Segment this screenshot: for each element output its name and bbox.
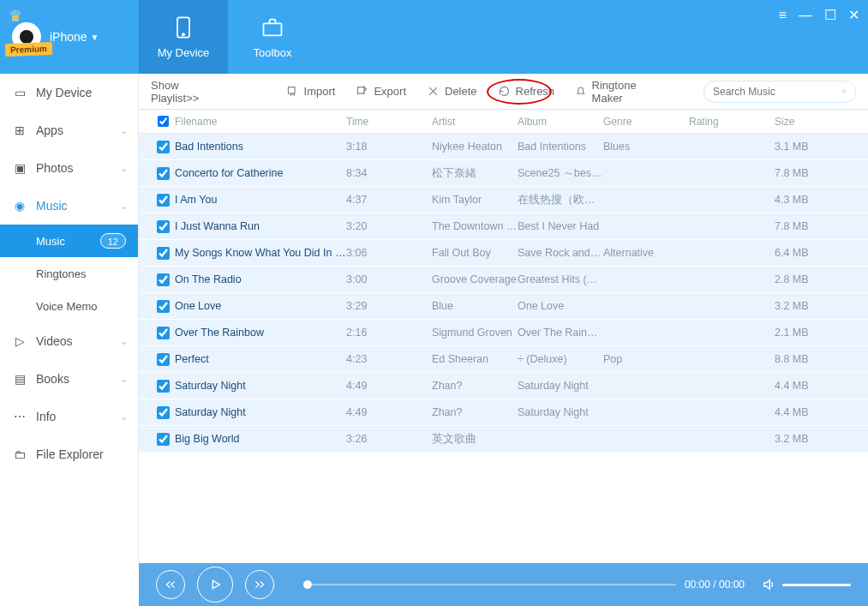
show-playlist-link[interactable]: Show Playlist>> bbox=[151, 79, 223, 105]
sidebar-item-label: File Explorer bbox=[36, 447, 104, 461]
row-checkbox[interactable] bbox=[157, 406, 170, 419]
next-button[interactable] bbox=[245, 570, 274, 599]
cell-genre: Pop bbox=[603, 353, 689, 365]
sidebar-item-videos[interactable]: ▷ Videos ⌄ bbox=[0, 322, 138, 360]
row-checkbox[interactable] bbox=[157, 273, 170, 286]
prev-button[interactable] bbox=[156, 570, 185, 599]
sidebar-item-label: Music bbox=[36, 199, 68, 213]
sidebar-item-my-device[interactable]: ▭ My Device bbox=[0, 74, 138, 111]
svg-point-3 bbox=[842, 90, 845, 93]
col-time[interactable]: Time bbox=[346, 116, 432, 128]
row-checkbox[interactable] bbox=[157, 433, 170, 446]
menu-icon[interactable]: ≡ bbox=[779, 7, 787, 23]
sidebar-item-books[interactable]: ▤ Books ⌄ bbox=[0, 360, 138, 398]
toolbar: Show Playlist>> Import Export Delete Ref… bbox=[139, 74, 868, 110]
table-row[interactable]: Perfect4:23Ed Sheeran÷ (Deluxe)Pop8.8 MB bbox=[139, 346, 868, 373]
sidebar-item-file-explorer[interactable]: 🗀 File Explorer bbox=[0, 435, 138, 473]
sidebar-sub-voice-memo[interactable]: Voice Memo bbox=[0, 290, 138, 322]
table-row[interactable]: Concerto for Catherine8:34松下奈緒Scene25 ～b… bbox=[139, 160, 868, 187]
sidebar-item-photos[interactable]: ▣ Photos ⌄ bbox=[0, 149, 138, 187]
col-album[interactable]: Album bbox=[518, 116, 603, 128]
row-checkbox[interactable] bbox=[157, 141, 170, 153]
col-rating[interactable]: Rating bbox=[689, 116, 775, 128]
cell-time: 3:06 bbox=[346, 247, 432, 259]
import-button[interactable]: Import bbox=[286, 85, 336, 98]
refresh-button[interactable]: Refresh bbox=[498, 85, 555, 98]
delete-icon bbox=[427, 85, 440, 98]
cell-artist: Fall Out Boy bbox=[432, 247, 518, 259]
sidebar-item-label: My Device bbox=[36, 86, 92, 99]
table-row[interactable]: Saturday Night4:49Zhan?Saturday Night4.4… bbox=[139, 373, 868, 399]
row-checkbox[interactable] bbox=[157, 194, 170, 207]
table-header: Filename Time Artist Album Genre Rating … bbox=[139, 110, 868, 134]
toolbox-icon bbox=[260, 15, 284, 39]
progress-knob[interactable] bbox=[303, 580, 312, 589]
export-button[interactable]: Export bbox=[356, 85, 406, 98]
sidebar-item-music[interactable]: ◉ Music ⌄ bbox=[0, 187, 138, 225]
table-row[interactable]: One Love3:29BlueOne Love3.2 MB bbox=[139, 293, 868, 320]
sidebar-sub-label: Music bbox=[36, 235, 65, 248]
table-row[interactable]: On The Radio3:00Groove CoverageGreatest … bbox=[139, 267, 868, 293]
sidebar-sub-label: Voice Memo bbox=[36, 300, 98, 313]
table-row[interactable]: Over The Rainbow2:16Sigmund GrovenOver T… bbox=[139, 320, 868, 346]
cell-size: 6.4 MB bbox=[775, 247, 843, 259]
row-checkbox[interactable] bbox=[157, 167, 170, 180]
sidebar-item-label: Apps bbox=[36, 123, 63, 137]
sidebar-sub-ringtones[interactable]: Ringtones bbox=[0, 257, 138, 290]
col-genre[interactable]: Genre bbox=[603, 116, 689, 128]
search-box[interactable] bbox=[703, 81, 856, 103]
cell-album: Saturday Night bbox=[518, 380, 603, 392]
button-label: Delete bbox=[445, 85, 477, 98]
device-selector[interactable]: iPhone ▼ bbox=[50, 30, 99, 44]
cell-artist: Sigmund Groven bbox=[432, 327, 518, 339]
row-checkbox[interactable] bbox=[157, 380, 170, 393]
cell-artist: Zhan? bbox=[432, 380, 518, 392]
cell-size: 4.4 MB bbox=[775, 406, 843, 418]
cell-album: ÷ (Deluxe) bbox=[518, 353, 603, 365]
ringtone-maker-button[interactable]: Ringtone Maker bbox=[575, 79, 662, 105]
sidebar-item-info[interactable]: ⋯ Info ⌄ bbox=[0, 398, 138, 435]
cell-filename: Bad Intentions bbox=[175, 141, 346, 153]
col-filename[interactable]: Filename bbox=[175, 116, 346, 128]
table-row[interactable]: Big Big World3:26英文歌曲3.2 MB bbox=[139, 426, 868, 453]
col-size[interactable]: Size bbox=[775, 116, 843, 128]
col-artist[interactable]: Artist bbox=[432, 116, 518, 128]
row-checkbox[interactable] bbox=[157, 247, 170, 260]
close-button[interactable]: ✕ bbox=[848, 7, 859, 23]
play-button[interactable] bbox=[197, 567, 233, 603]
search-input[interactable] bbox=[713, 86, 841, 98]
sidebar-sub-music[interactable]: Music 12 bbox=[0, 225, 138, 257]
minimize-button[interactable]: — bbox=[799, 7, 812, 23]
volume-control[interactable] bbox=[762, 578, 851, 591]
maximize-button[interactable]: ☐ bbox=[824, 7, 836, 23]
volume-bar[interactable] bbox=[782, 584, 851, 586]
delete-button[interactable]: Delete bbox=[427, 85, 477, 98]
sidebar: ▭ My Device ⊞ Apps ⌄ ▣ Photos ⌄ ◉ Music … bbox=[0, 74, 139, 563]
table-row[interactable]: I Just Wanna Run3:20The Downtown Fiction… bbox=[139, 213, 868, 240]
tab-toolbox[interactable]: Toolbox bbox=[228, 0, 317, 74]
table-row[interactable]: My Songs Know What You Did In th...3:06F… bbox=[139, 240, 868, 267]
row-checkbox[interactable] bbox=[157, 220, 170, 233]
row-checkbox[interactable] bbox=[157, 300, 170, 313]
cell-album: One Love bbox=[518, 300, 603, 312]
row-checkbox[interactable] bbox=[157, 353, 170, 366]
header-tabs: My Device Toolbox bbox=[139, 0, 317, 74]
table-row[interactable]: Saturday Night4:49Zhan?Saturday Night4.4… bbox=[139, 399, 868, 426]
select-all-checkbox[interactable] bbox=[158, 116, 169, 127]
progress-bar[interactable]: 00:00 / 00:00 bbox=[303, 579, 745, 591]
cell-album: Scene25 ～best Of bbox=[518, 166, 603, 181]
cell-size: 3.2 MB bbox=[775, 433, 843, 445]
cell-filename: I Just Wanna Run bbox=[175, 220, 346, 232]
tab-my-device[interactable]: My Device bbox=[139, 0, 228, 74]
table-row[interactable]: Bad Intentions3:18Niykee HeatonBad Inten… bbox=[139, 134, 868, 160]
sidebar-item-apps[interactable]: ⊞ Apps ⌄ bbox=[0, 111, 138, 149]
apps-icon: ⊞ bbox=[12, 123, 27, 137]
cell-album: Bad Intentions bbox=[518, 141, 603, 153]
table-row[interactable]: I Am You4:37Kim Taylor在线热搜（欧美）4.3 MB bbox=[139, 187, 868, 213]
row-checkbox[interactable] bbox=[157, 327, 170, 339]
cell-time: 3:26 bbox=[346, 433, 432, 445]
cell-time: 4:49 bbox=[346, 406, 432, 418]
cell-artist: Ed Sheeran bbox=[432, 353, 518, 365]
cell-artist: 英文歌曲 bbox=[432, 432, 518, 447]
cell-filename: My Songs Know What You Did In th... bbox=[175, 247, 346, 259]
